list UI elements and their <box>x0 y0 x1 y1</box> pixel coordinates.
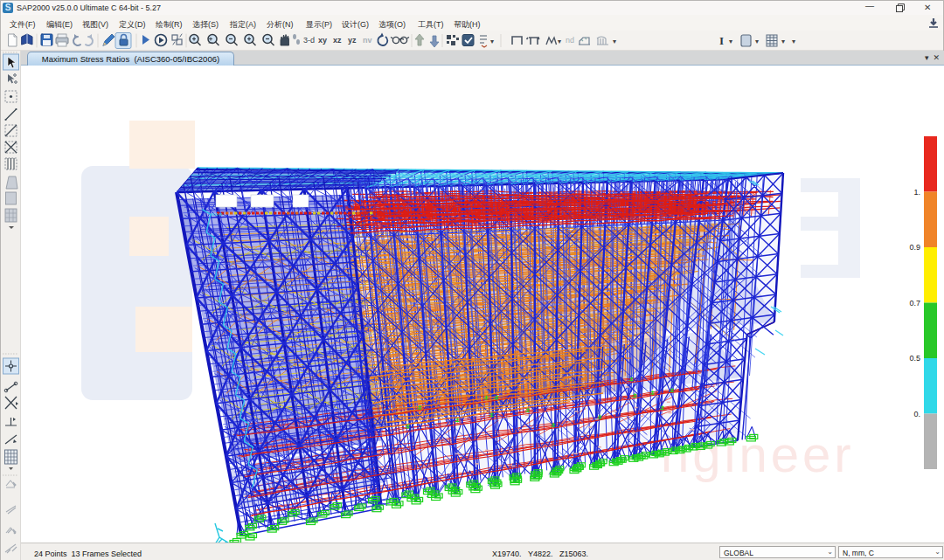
svg-text:1.: 1. <box>913 188 920 197</box>
svg-text:▾: ▾ <box>558 38 561 45</box>
svg-text:▾: ▾ <box>490 38 494 45</box>
svg-text:yz: yz <box>348 36 357 45</box>
svg-text:xy: xy <box>318 36 327 45</box>
svg-text:I: I <box>719 34 724 47</box>
svg-text:«««: ««« <box>211 211 223 218</box>
svg-text:nv: nv <box>363 36 372 45</box>
svg-text:▾: ▾ <box>755 38 759 45</box>
svg-text:0.7: 0.7 <box>909 299 920 308</box>
svg-text:3-d: 3-d <box>303 36 315 45</box>
svg-text:▾: ▾ <box>792 38 795 45</box>
svg-text:▾: ▾ <box>613 38 616 45</box>
svg-text:0.9: 0.9 <box>909 243 920 252</box>
svg-text:xz: xz <box>333 36 342 45</box>
svg-text:▾: ▾ <box>729 38 732 45</box>
svg-text:▾: ▾ <box>781 38 785 45</box>
svg-text:0.: 0. <box>913 410 920 418</box>
svg-text:0.5: 0.5 <box>909 354 920 363</box>
svg-text:nd: nd <box>566 36 574 45</box>
